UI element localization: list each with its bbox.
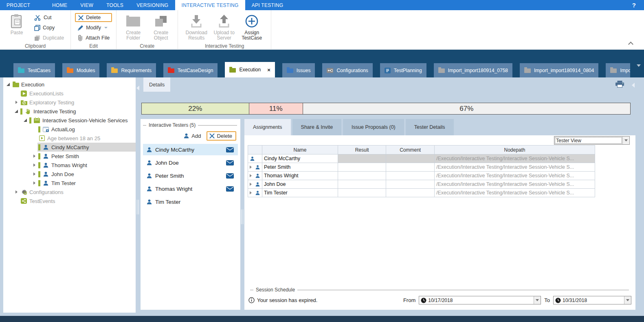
- header-nodepath[interactable]: Nodepath: [435, 146, 595, 154]
- cell-comment[interactable]: [386, 154, 435, 163]
- add-tester-button[interactable]: Add: [183, 133, 201, 139]
- tree-item-actuallog[interactable]: ActualLog: [3, 125, 136, 134]
- to-date-dropdown[interactable]: 10/31/2018: [553, 296, 631, 304]
- cell-comment[interactable]: [386, 189, 435, 197]
- table-row[interactable]: John Doe /Execution/Interactive Testing/…: [248, 180, 595, 189]
- tree-item-interactive-session[interactable]: Interactive Session-Vehicle Services: [3, 116, 136, 125]
- row-expander-icon[interactable]: [250, 174, 253, 177]
- collapse-right-icon[interactable]: [632, 83, 635, 88]
- tree-item-testevents[interactable]: TestEvents: [3, 196, 136, 205]
- paste-button[interactable]: Paste: [4, 12, 29, 35]
- create-folder-button[interactable]: Create Folder: [121, 12, 146, 41]
- assign-testcase-button[interactable]: Assign TestCase: [239, 12, 264, 41]
- delete-button[interactable]: Delete: [75, 13, 112, 22]
- table-row[interactable]: Thomas Wright /Execution/Interactive Tes…: [248, 172, 595, 180]
- tree-splitter[interactable]: [136, 77, 141, 316]
- tree-item-exploratory-testing[interactable]: Exploratory Testing: [3, 98, 136, 107]
- tester-row-thomas[interactable]: Thomas Wright: [143, 183, 238, 194]
- tab-assignments[interactable]: Assignments: [244, 119, 291, 135]
- modify-button[interactable]: Modify: [75, 23, 112, 32]
- download-results-button[interactable]: Download Results: [184, 12, 209, 41]
- tab-issues[interactable]: Issues: [282, 63, 315, 77]
- copy-button[interactable]: Copy: [32, 23, 66, 32]
- tab-import-truncated[interactable]: Import_imp: [606, 63, 630, 77]
- menu-project[interactable]: PROJECT: [0, 0, 37, 10]
- row-expander-icon[interactable]: [250, 191, 253, 194]
- chevron-down-icon[interactable]: [624, 296, 631, 304]
- menu-view[interactable]: VIEW: [74, 0, 100, 10]
- create-object-button[interactable]: Create Object: [148, 12, 174, 41]
- expander-icon[interactable]: [32, 153, 37, 159]
- tester-row-tim[interactable]: Tim Tester: [143, 196, 238, 207]
- tab-requirements[interactable]: Requirements: [107, 63, 156, 77]
- tab-overflow-icon[interactable]: [637, 64, 641, 67]
- table-row[interactable]: Cindy McCarthy /Execution/Interactive Te…: [248, 154, 595, 163]
- cell-result[interactable]: [338, 180, 386, 189]
- cell-comment[interactable]: [386, 163, 435, 172]
- tab-testcasedesign[interactable]: TestCaseDesign: [163, 63, 218, 77]
- tab-tester-details[interactable]: Tester Details: [406, 119, 454, 135]
- cell-result[interactable]: [338, 163, 386, 172]
- envelope-icon[interactable]: [226, 160, 234, 165]
- chevron-down-icon[interactable]: [622, 137, 629, 144]
- delete-tester-button[interactable]: Delete: [207, 131, 236, 141]
- menu-home[interactable]: HOME: [46, 0, 74, 10]
- tree-item-peter-smith[interactable]: Peter Smith: [3, 152, 136, 161]
- envelope-icon[interactable]: [226, 186, 234, 192]
- header-comment[interactable]: Comment: [386, 146, 435, 154]
- tree-item-execution[interactable]: Execution: [3, 80, 136, 89]
- cell-result[interactable]: [338, 189, 386, 197]
- tab-configurations[interactable]: Configurations: [322, 63, 372, 77]
- tester-row-cindy[interactable]: Cindy McCarthy: [143, 144, 238, 155]
- envelope-icon[interactable]: [226, 173, 234, 179]
- tree-item-interactive-testing[interactable]: Interactive Testing: [3, 107, 136, 116]
- printer-icon[interactable]: [615, 81, 624, 88]
- expander-icon[interactable]: [14, 189, 20, 195]
- expander-icon[interactable]: [6, 82, 11, 87]
- tab-details[interactable]: Details: [143, 77, 170, 92]
- ribbon-collapse-icon[interactable]: [628, 42, 633, 47]
- attach-file-button[interactable]: Attach File: [75, 33, 112, 42]
- tree-item-john-doe[interactable]: John Doe: [3, 170, 136, 179]
- table-row[interactable]: Tim Tester /Execution/Interactive Testin…: [248, 189, 595, 197]
- row-expander-icon[interactable]: [250, 165, 253, 169]
- collapse-left-icon[interactable]: [136, 86, 139, 90]
- splitter-grip[interactable]: [137, 200, 139, 214]
- expander-icon[interactable]: [32, 162, 37, 168]
- tree-item-age-between[interactable]: Age between 18 an 25: [3, 134, 136, 143]
- view-selector-dropdown[interactable]: Tester View: [554, 136, 630, 145]
- from-date-dropdown[interactable]: 10/17/2018: [419, 296, 541, 304]
- cut-button[interactable]: Cut: [32, 13, 66, 22]
- expander-icon[interactable]: [32, 180, 37, 186]
- splitter-grip[interactable]: [241, 210, 243, 224]
- tab-import-0804[interactable]: Import_import180914_0804: [520, 63, 598, 77]
- envelope-icon[interactable]: [226, 147, 234, 152]
- tree-item-tim-tester[interactable]: Tim Tester: [3, 179, 136, 187]
- header-result[interactable]: Result: [338, 146, 386, 154]
- upload-to-server-button[interactable]: Upload to Server: [211, 12, 237, 41]
- tab-share-invite[interactable]: Share & Invite: [292, 119, 342, 135]
- menu-versioning[interactable]: VERSIONING: [130, 0, 175, 10]
- tree-item-cindy-mccarthy[interactable]: Cindy McCarthy: [3, 143, 136, 152]
- tab-import-0758[interactable]: Import_import180914_0758: [434, 63, 512, 77]
- tree-item-thomas-wright[interactable]: Thomas Wright: [3, 161, 136, 170]
- tab-modules[interactable]: Modules: [62, 63, 99, 77]
- tab-testcases[interactable]: TestCases: [13, 63, 55, 77]
- expander-icon[interactable]: [14, 108, 20, 114]
- duplicate-button[interactable]: Duplicate: [32, 33, 66, 42]
- cell-comment[interactable]: [386, 172, 435, 180]
- cell-result[interactable]: [338, 154, 386, 163]
- tree-item-executionlists[interactable]: ExecutionLists: [3, 89, 136, 98]
- tree-item-configurations[interactable]: Configurations: [3, 187, 136, 196]
- tester-row-peter[interactable]: Peter Smith: [143, 170, 238, 181]
- cell-comment[interactable]: [386, 180, 435, 189]
- chevron-down-icon[interactable]: [534, 296, 541, 304]
- row-expander-icon[interactable]: [250, 183, 253, 186]
- testers-splitter[interactable]: [240, 119, 244, 310]
- tab-execution[interactable]: Execution ×: [225, 62, 275, 77]
- close-tab-icon[interactable]: ×: [267, 67, 270, 73]
- tab-issue-proposals[interactable]: Issue Proposals (0): [343, 119, 404, 135]
- modify-dropdown-icon[interactable]: [104, 27, 108, 29]
- menu-interactive-testing[interactable]: INTERACTIVE TESTING: [175, 0, 245, 10]
- help-icon[interactable]: ?: [624, 0, 644, 10]
